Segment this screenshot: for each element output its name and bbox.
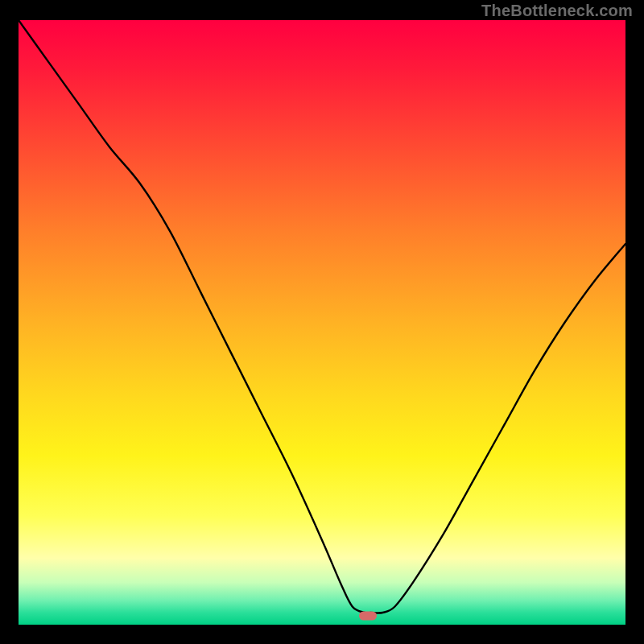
optimum-marker: [359, 611, 377, 620]
bottleneck-curve: [19, 20, 625, 625]
plot-area: [19, 20, 625, 625]
chart-frame: TheBottleneck.com: [0, 0, 644, 644]
attribution-text: TheBottleneck.com: [481, 2, 633, 20]
